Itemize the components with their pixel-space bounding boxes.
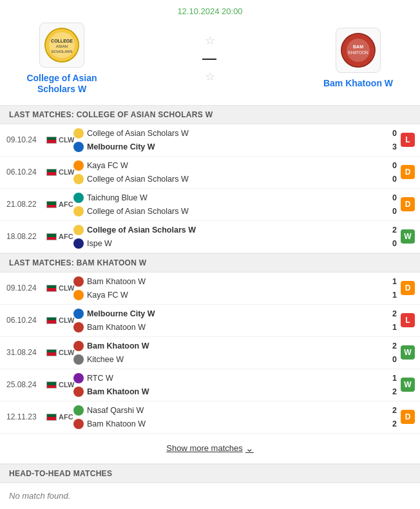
team-badge-icon <box>73 174 84 184</box>
league-flag-icon <box>46 381 57 389</box>
result-badge: D <box>401 281 415 295</box>
list-item: Ispe W0 <box>73 237 397 250</box>
team-row-name: Bam Khatoon W <box>87 277 381 286</box>
team-row-name: Bam Khatoon W <box>87 341 381 351</box>
list-item: Bam Khatoon W1 <box>73 321 397 334</box>
match-date-cell: 06.10.24 <box>6 307 46 334</box>
league-flag-icon <box>46 285 57 292</box>
team-row-score: 2 <box>384 419 397 428</box>
star-left-icon[interactable]: ☆ <box>205 34 215 48</box>
match-teams-cell: College of Asian Scholars W2Ispe W0 <box>73 224 397 250</box>
team-row-score: 2 <box>384 309 397 318</box>
league-name: CLW <box>59 136 74 144</box>
svg-point-26 <box>75 389 82 395</box>
league-flag-icon <box>46 169 57 176</box>
match-league-cell: AFC <box>46 404 73 430</box>
team-badge-icon <box>73 309 84 319</box>
show-more-button[interactable]: Show more matches ⌄ <box>166 443 254 454</box>
result-badge: D <box>401 410 415 424</box>
match-date-cell: 25.08.24 <box>6 372 46 398</box>
section-head-to-head: HEAD-TO-HEAD MATCHES <box>0 464 420 483</box>
team-row-score: 2 <box>384 226 397 235</box>
team-badge-icon <box>73 373 84 383</box>
svg-point-13 <box>75 162 82 169</box>
table-row: 09.10.24CLWCollege of Asian Scholars W0M… <box>0 124 420 157</box>
svg-point-25 <box>75 375 82 381</box>
match-date-cell: 09.10.24 <box>6 127 46 153</box>
match-league-cell: CLW <box>46 307 73 334</box>
result-badge: D <box>401 197 415 211</box>
match-league-cell: CLW <box>46 159 73 186</box>
team-left-name: College of Asian Scholars W <box>10 73 113 95</box>
match-date-cell: 31.08.24 <box>6 340 46 366</box>
team-left-logo: COLLEGE ASIAN SCHOLARS <box>39 23 84 68</box>
match-league-cell: CLW <box>46 127 73 153</box>
match-teams-cell: Melbourne City W2Bam Khatoon W1 <box>73 307 397 334</box>
match-league-cell: CLW <box>46 275 73 302</box>
match-date-cell: 12.11.23 <box>6 404 46 430</box>
team-badge-icon <box>73 354 84 365</box>
team-row-score: 0 <box>384 193 397 202</box>
match-date-cell: 21.08.22 <box>6 191 46 218</box>
team-badge-icon <box>73 225 84 235</box>
team-row-name: Kaya FC W <box>87 161 381 170</box>
team-badge-icon <box>73 193 84 203</box>
match-teams-cell: Bam Khatoon W2Kitchee W0 <box>73 340 397 366</box>
match-teams-cell: Taichung Blue W0College of Asian Scholar… <box>73 191 397 218</box>
svg-text:SCHOLARS: SCHOLARS <box>51 50 72 53</box>
match-date: 12.10.2024 20:00 <box>10 6 410 16</box>
matches-right-group: 09.10.24CLWBam Khatoon W1Kaya FC W1D06.1… <box>0 273 420 434</box>
league-name: AFC <box>59 233 73 240</box>
team-row-name: College of Asian Scholars W <box>87 175 381 184</box>
list-item: RTC W1 <box>73 372 397 385</box>
svg-point-19 <box>75 278 82 285</box>
list-item: Melbourne City W3 <box>73 140 397 153</box>
team-row-name: College of Asian Scholars W <box>87 207 381 216</box>
team-row-name: College of Asian Scholars W <box>87 129 381 138</box>
svg-point-24 <box>75 356 82 363</box>
list-item: College of Asian Scholars W0 <box>73 205 397 218</box>
match-score: — <box>202 50 218 67</box>
svg-point-12 <box>75 144 82 150</box>
league-flag-icon <box>46 233 57 240</box>
svg-point-11 <box>75 130 82 137</box>
svg-point-16 <box>75 208 82 215</box>
head-to-head-content: No match found. <box>0 483 420 508</box>
team-badge-icon <box>73 128 84 139</box>
team-badge-icon <box>73 160 84 171</box>
team-row-name: Taichung Blue W <box>87 193 381 202</box>
list-item: College of Asian Scholars W2 <box>73 224 397 236</box>
result-badge: W <box>401 229 415 244</box>
team-row-score: 1 <box>384 277 397 286</box>
match-center: ☆ — ☆ <box>202 34 218 84</box>
team-row-score: 0 <box>384 161 397 170</box>
team-row-name: Kaya FC W <box>87 291 381 300</box>
team-right-logo-svg: BAM KHATOON <box>341 33 376 68</box>
svg-point-27 <box>75 407 82 414</box>
team-left-logo-svg: COLLEGE ASIAN SCHOLARS <box>44 28 79 62</box>
team-row-score: 1 <box>384 374 397 383</box>
team-row-name: Melbourne City W <box>87 142 381 151</box>
result-badge: L <box>401 133 415 147</box>
league-flag-icon <box>46 349 57 356</box>
league-name: AFC <box>59 200 73 208</box>
team-row-score: 0 <box>384 239 397 248</box>
league-flag-icon <box>46 414 57 421</box>
team-row-name: Ispe W <box>87 239 381 248</box>
star-right-icon[interactable]: ☆ <box>205 70 215 84</box>
team-badge-icon <box>73 419 84 429</box>
list-item: Bam Khatoon W1 <box>73 275 397 288</box>
league-name: CLW <box>59 349 74 356</box>
team-row-score: 1 <box>384 291 397 300</box>
match-teams-cell: Kaya FC W0College of Asian Scholars W0 <box>73 159 397 186</box>
team-row-name: Bam Khatoon W <box>87 323 381 332</box>
show-more-label: Show more matches <box>166 443 243 453</box>
team-badge-icon <box>73 142 84 152</box>
team-row-score: 0 <box>384 207 397 216</box>
table-row: 25.08.24CLWRTC W1Bam Khatoon W2W <box>0 369 420 401</box>
match-header: 12.10.2024 20:00 COLLEGE ASIAN SCHOLARS … <box>0 0 420 105</box>
list-item: Bam Khatoon W2 <box>73 418 397 430</box>
list-item: Kaya FC W1 <box>73 289 397 302</box>
chevron-down-icon: ⌄ <box>245 443 254 454</box>
section-last-matches-left: LAST MATCHES: COLLEGE OF ASIAN SCHOLARS … <box>0 105 420 124</box>
